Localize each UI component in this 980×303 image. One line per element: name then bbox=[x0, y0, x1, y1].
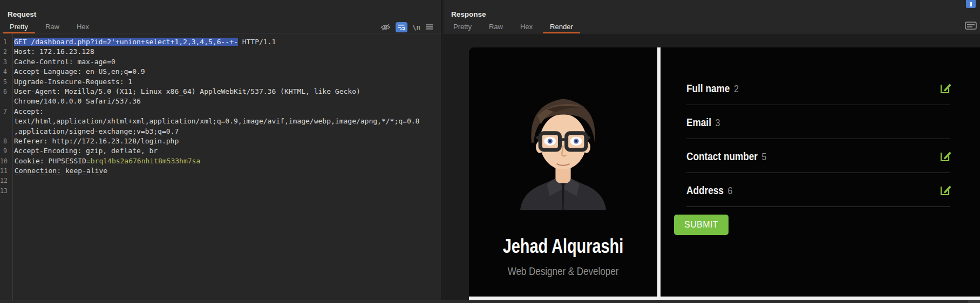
line-number: 1 bbox=[0, 37, 10, 47]
line-text: ,application/signed-exchange;v=b3;q=0.7 bbox=[14, 127, 179, 136]
request-line[interactable]: 11Connection: keep-alive bbox=[0, 166, 441, 176]
request-line[interactable]: 4Accept-Language: en-US,en;q=0.9 bbox=[0, 67, 441, 77]
line-number bbox=[0, 127, 10, 136]
response-panel-title: Response bbox=[451, 10, 486, 18]
line-number: 2 bbox=[0, 47, 10, 57]
line-number: 12 bbox=[0, 176, 10, 185]
line-number bbox=[0, 97, 10, 106]
line-number: 7 bbox=[0, 107, 10, 116]
submit-button[interactable]: SUBMIT bbox=[674, 215, 729, 235]
profile-form-rows: Full name2Email3Contact number5Address6 bbox=[686, 71, 950, 207]
request-panel-title: Request bbox=[8, 10, 36, 18]
request-tab-raw[interactable]: Raw bbox=[37, 20, 68, 33]
dock-panel-icon[interactable] bbox=[966, 0, 976, 8]
request-line[interactable]: 7Accept: bbox=[0, 107, 441, 116]
line-text: Chrome/140.0.0.0 Safari/537.36 bbox=[14, 97, 141, 106]
response-tab-render[interactable]: Render bbox=[541, 20, 582, 33]
line-number bbox=[0, 116, 10, 126]
line-number: 10 bbox=[0, 156, 10, 166]
request-line[interactable]: 3Cache-Control: max-age=0 bbox=[0, 57, 441, 67]
line-text: text/html,application/xhtml+xml,applicat… bbox=[14, 116, 419, 126]
field-label: Address bbox=[686, 184, 724, 196]
line-text: Cookie: PHPSESSID=brql4bs2a676nhit8m533h… bbox=[15, 156, 200, 166]
field-value: 3 bbox=[716, 117, 720, 128]
request-line[interactable]: text/html,application/xhtml+xml,applicat… bbox=[0, 116, 441, 126]
line-number: 13 bbox=[0, 186, 10, 196]
field-label: Contact number bbox=[686, 150, 758, 162]
response-tab-pretty[interactable]: Pretty bbox=[445, 20, 480, 33]
resize-grip[interactable] bbox=[968, 300, 980, 303]
profile-name: Jehad Alqurashi bbox=[489, 235, 636, 258]
line-text: Cache-Control: max-age=0 bbox=[14, 57, 115, 67]
line-text: Referer: http://172.16.23.128/login.php bbox=[14, 136, 179, 146]
edit-field-icon[interactable] bbox=[939, 81, 952, 97]
response-tabs: PrettyRawHexRender bbox=[445, 20, 582, 33]
response-tab-raw[interactable]: Raw bbox=[480, 20, 512, 33]
request-line[interactable]: 5Upgrade-Insecure-Requests: 1 bbox=[0, 77, 441, 87]
form-field-row: Address6 bbox=[686, 173, 950, 207]
request-line[interactable]: 6User-Agent: Mozilla/5.0 (X11; Linux x86… bbox=[0, 87, 441, 97]
request-line[interactable]: 2Host: 172.16.23.128 bbox=[0, 47, 441, 57]
request-line[interactable]: 8Referer: http://172.16.23.128/login.php bbox=[0, 136, 441, 146]
request-tabs: PrettyRawHex bbox=[1, 20, 98, 33]
newline-chars-icon[interactable]: \n bbox=[412, 22, 420, 32]
request-editor[interactable]: 1GET /dashboard.php?id=2'+union+select+1… bbox=[0, 33, 441, 300]
response-render-area: Jehad Alqurashi Web Designer & Developer… bbox=[444, 33, 980, 300]
line-number: 4 bbox=[0, 67, 10, 77]
line-number: 3 bbox=[0, 57, 10, 67]
request-line[interactable]: 9Accept-Encoding: gzip, deflate, br bbox=[0, 146, 441, 156]
hide-nonprintable-eye-icon[interactable] bbox=[380, 22, 391, 32]
line-text: Host: 172.16.23.128 bbox=[14, 47, 94, 57]
editor-menu-icon[interactable] bbox=[425, 22, 433, 32]
request-line[interactable]: 1GET /dashboard.php?id=2'+union+select+1… bbox=[0, 37, 441, 47]
request-tab-hex[interactable]: Hex bbox=[68, 20, 98, 33]
form-field-row: Contact number5 bbox=[686, 139, 950, 173]
line-number: 11 bbox=[0, 166, 10, 176]
request-line[interactable]: 10Cookie: PHPSESSID=brql4bs2a676nhit8m53… bbox=[0, 156, 441, 166]
request-line[interactable]: Chrome/140.0.0.0 Safari/537.36 bbox=[0, 97, 441, 106]
edit-field-icon[interactable] bbox=[939, 183, 952, 198]
request-editor-rows: 1GET /dashboard.php?id=2'+union+select+1… bbox=[0, 37, 441, 196]
request-line[interactable]: 12 bbox=[0, 176, 441, 185]
request-line[interactable]: ,application/signed-exchange;v=b3;q=0.7 bbox=[0, 127, 441, 136]
field-value: 6 bbox=[727, 185, 732, 196]
response-tab-hex[interactable]: Hex bbox=[512, 20, 541, 33]
keyboard-shortcuts-icon[interactable] bbox=[965, 22, 977, 32]
soft-wrap-toggle-icon[interactable] bbox=[396, 22, 407, 32]
field-value: 5 bbox=[762, 151, 767, 162]
form-field-row: Email3 bbox=[686, 105, 950, 139]
line-number: 5 bbox=[0, 77, 10, 87]
field-label: Email bbox=[686, 116, 711, 128]
bottom-bar bbox=[0, 300, 980, 303]
form-field-row: Full name2 bbox=[686, 71, 950, 105]
line-text: Upgrade-Insecure-Requests: 1 bbox=[14, 77, 132, 87]
profile-role: Web Designer & Developer bbox=[483, 265, 643, 278]
field-label: Full name bbox=[686, 82, 730, 94]
request-tab-pretty[interactable]: Pretty bbox=[1, 20, 37, 33]
response-panel: Response PrettyRawHexRender bbox=[444, 0, 980, 300]
profile-form: Full name2Email3Contact number5Address6 … bbox=[661, 47, 980, 297]
repeater-view: Request PrettyRawHex \n bbox=[0, 0, 980, 303]
request-panel: Request PrettyRawHex \n bbox=[0, 0, 441, 300]
line-text: Accept-Encoding: gzip, deflate, br bbox=[14, 146, 158, 156]
edit-field-icon[interactable] bbox=[939, 149, 952, 164]
profile-card: Jehad Alqurashi Web Designer & Developer bbox=[469, 47, 657, 297]
line-text: Accept-Language: en-US,en;q=0.9 bbox=[14, 67, 145, 77]
profile-avatar bbox=[469, 91, 657, 210]
line-text: User-Agent: Mozilla/5.0 (X11; Linux x86_… bbox=[14, 87, 360, 97]
line-text: Accept: bbox=[14, 107, 44, 116]
field-value: 2 bbox=[734, 83, 739, 94]
request-line[interactable]: 13 bbox=[0, 186, 441, 196]
line-text: Connection: keep-alive bbox=[15, 166, 107, 176]
line-text: GET /dashboard.php?id=2'+union+select+1,… bbox=[14, 37, 276, 47]
line-number: 9 bbox=[0, 146, 10, 156]
line-number: 6 bbox=[0, 87, 10, 97]
line-number: 8 bbox=[0, 136, 10, 146]
request-editor-toolbar: \n bbox=[380, 20, 433, 33]
